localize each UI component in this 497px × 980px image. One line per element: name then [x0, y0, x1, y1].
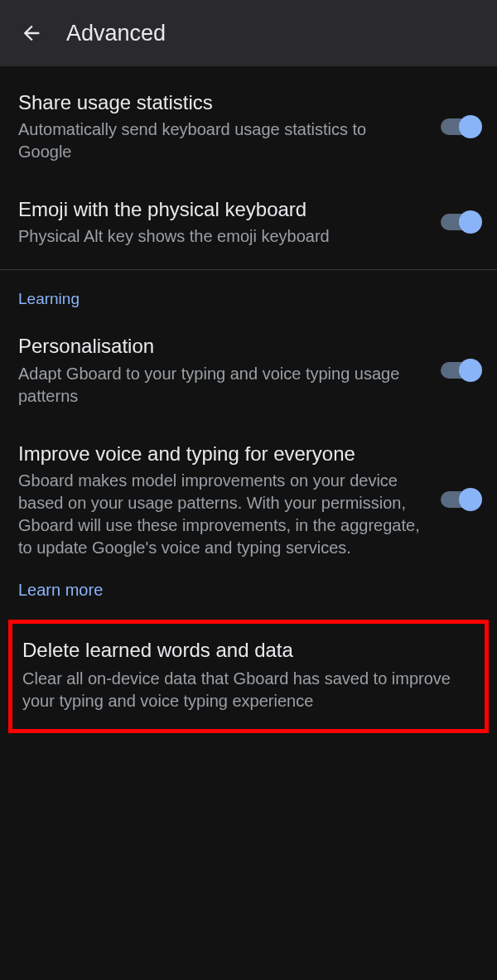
setting-title: Share usage statistics	[18, 89, 424, 115]
personalisation-toggle[interactable]	[441, 362, 479, 379]
app-header: Advanced	[0, 0, 497, 66]
personalisation-item[interactable]: Personalisation Adapt Gboard to your typ…	[0, 316, 497, 423]
toggle-knob-icon	[459, 210, 482, 234]
share-usage-toggle[interactable]	[441, 118, 479, 135]
emoji-physical-keyboard-item[interactable]: Emoji with the physical keyboard Physica…	[0, 180, 497, 264]
setting-title: Emoji with the physical keyboard	[18, 196, 424, 222]
toggle-knob-icon	[459, 488, 482, 511]
share-usage-statistics-item[interactable]: Share usage statistics Automatically sen…	[0, 73, 497, 180]
settings-content: Share usage statistics Automatically sen…	[0, 66, 497, 733]
emoji-physical-toggle[interactable]	[441, 214, 479, 230]
setting-text: Improve voice and typing for everyone Gb…	[18, 441, 441, 559]
improve-voice-toggle[interactable]	[441, 491, 479, 508]
setting-subtitle: Gboard makes model improvements on your …	[18, 470, 424, 559]
toggle-knob-icon	[459, 359, 482, 382]
learning-section-header: Learning	[0, 275, 497, 316]
back-arrow-icon	[20, 22, 43, 45]
toggle-knob-icon	[459, 115, 482, 138]
setting-subtitle: Physical Alt key shows the emoji keyboar…	[18, 225, 424, 248]
setting-text: Emoji with the physical keyboard Physica…	[18, 196, 441, 248]
improve-voice-typing-item[interactable]: Improve voice and typing for everyone Gb…	[0, 424, 497, 576]
learn-more-link[interactable]: Learn more	[0, 576, 497, 615]
setting-title: Personalisation	[18, 333, 424, 359]
back-button[interactable]	[15, 17, 48, 50]
setting-subtitle: Clear all on-device data that Gboard has…	[22, 668, 475, 712]
setting-text: Personalisation Adapt Gboard to your typ…	[18, 333, 441, 407]
setting-title: Delete learned words and data	[22, 637, 475, 663]
delete-learned-words-item[interactable]: Delete learned words and data Clear all …	[8, 620, 489, 733]
setting-subtitle: Adapt Gboard to your typing and voice ty…	[18, 363, 424, 408]
page-title: Advanced	[66, 21, 166, 46]
setting-text: Share usage statistics Automatically sen…	[18, 89, 441, 163]
setting-title: Improve voice and typing for everyone	[18, 441, 424, 466]
setting-subtitle: Automatically send keyboard usage statis…	[18, 118, 424, 163]
divider	[0, 269, 497, 270]
